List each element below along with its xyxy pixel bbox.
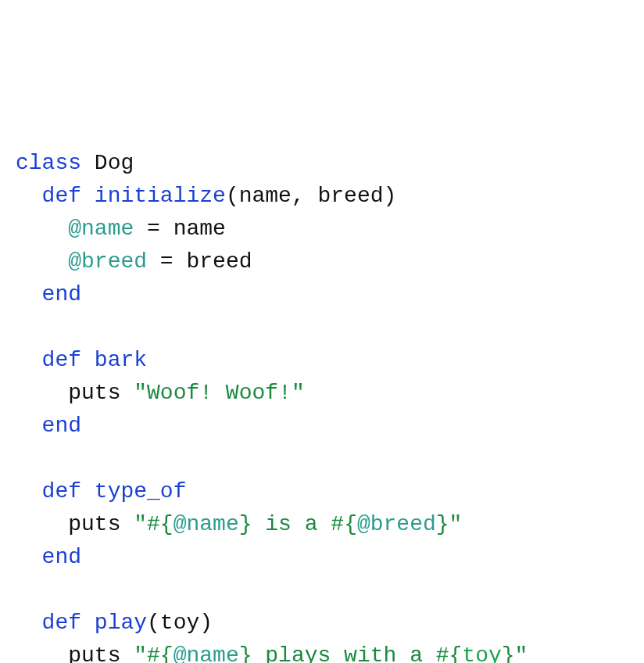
- keyword-def: def: [42, 184, 81, 208]
- interp-open: #{: [147, 643, 174, 663]
- string-quote: ": [449, 512, 463, 536]
- string-quote: ": [134, 512, 147, 536]
- keyword-end: end: [42, 414, 81, 438]
- interp-ivar: @breed: [357, 512, 436, 536]
- interp-close: }: [239, 512, 252, 536]
- string-quote: ": [134, 643, 147, 663]
- keyword-end: end: [42, 545, 81, 569]
- class-name: Dog: [95, 151, 134, 175]
- keyword-def: def: [42, 611, 81, 635]
- value: name: [174, 217, 226, 241]
- interp-close: }: [502, 643, 515, 663]
- method-name-initialize: initialize: [95, 184, 226, 208]
- string-literal: "Woof! Woof!": [134, 381, 304, 405]
- code-block: class Dog def initialize(name, breed) @n…: [16, 147, 628, 663]
- interp-var: toy: [462, 643, 501, 663]
- function-call: puts: [68, 643, 120, 663]
- keyword-def: def: [42, 479, 81, 504]
- string-mid: is a: [252, 512, 331, 536]
- interp-ivar: @name: [174, 512, 239, 536]
- interp-open: #{: [147, 512, 174, 536]
- method-params: (toy): [147, 611, 213, 635]
- method-name-play: play: [95, 611, 147, 635]
- interp-close: }: [436, 512, 449, 536]
- method-params: (name, breed): [226, 184, 396, 208]
- operator: =: [147, 249, 186, 274]
- string-quote: ": [515, 643, 528, 663]
- interp-close: }: [239, 643, 252, 663]
- keyword-class: class: [16, 151, 81, 175]
- method-name-typeof: type_of: [95, 479, 187, 504]
- keyword-def: def: [42, 348, 81, 372]
- keyword-end: end: [42, 282, 81, 306]
- method-name-bark: bark: [95, 348, 147, 372]
- instance-var: @breed: [68, 249, 147, 274]
- instance-var: @name: [68, 217, 134, 241]
- value: breed: [186, 249, 252, 274]
- interp-open: #{: [331, 512, 357, 536]
- function-call: puts: [68, 512, 120, 536]
- function-call: puts: [68, 381, 120, 405]
- string-mid: plays with a: [252, 643, 436, 663]
- operator: =: [134, 217, 173, 241]
- interp-open: #{: [436, 643, 463, 663]
- interp-ivar: @name: [174, 643, 239, 663]
